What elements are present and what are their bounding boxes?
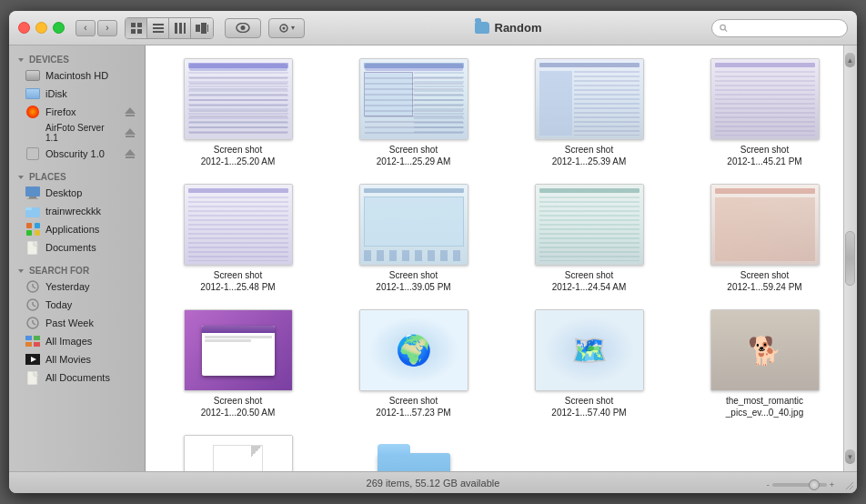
list-item[interactable]: Screen shot2012-1...39.05 PM xyxy=(330,180,497,297)
zoom-thumb[interactable] xyxy=(809,479,820,490)
file-thumbnail xyxy=(184,309,293,391)
svg-line-18 xyxy=(725,29,727,31)
sidebar-item-obscurity[interactable]: Obscurity 1.0 xyxy=(9,145,145,163)
svg-rect-1 xyxy=(137,23,142,27)
svg-rect-10 xyxy=(196,25,200,32)
file-label: Screen shot2012-1...24.54 AM xyxy=(552,269,627,293)
file-label: Screen shot2012-1...59.24 PM xyxy=(727,269,801,293)
file-label: the_most_romantic_pics_ev...0_40.jpg xyxy=(726,395,803,418)
sidebar-item-applications[interactable]: Applications xyxy=(9,220,145,238)
past-week-icon xyxy=(25,316,40,330)
file-label: Screen shot2012-1...25.39 AM xyxy=(552,144,627,167)
list-item[interactable]: Obscurity xyxy=(330,431,497,471)
svg-rect-0 xyxy=(131,23,136,27)
svg-point-17 xyxy=(720,25,725,29)
file-label: Screen shot2012-1...57.23 PM xyxy=(376,395,450,418)
forward-button[interactable]: › xyxy=(97,20,117,36)
svg-rect-25 xyxy=(35,223,40,228)
title-bar: ‹ › ▾ Random xyxy=(9,11,857,45)
list-item[interactable]: Screen shot2012-1...45.21 PM xyxy=(681,55,848,171)
minimize-button[interactable] xyxy=(35,22,47,34)
status-text: 269 items, 55.12 GB available xyxy=(367,478,500,489)
svg-rect-11 xyxy=(201,23,206,34)
sidebar-item-documents[interactable]: Documents xyxy=(9,238,145,257)
list-view-button[interactable] xyxy=(147,18,169,38)
file-area[interactable]: Screen shot2012-1...25.20 AM Screen shot… xyxy=(146,45,857,471)
file-label: Screen shot2012-1...39.05 PM xyxy=(376,269,450,293)
svg-line-35 xyxy=(33,305,35,307)
svg-line-32 xyxy=(33,287,35,288)
svg-rect-41 xyxy=(25,342,32,347)
svg-rect-3 xyxy=(137,29,142,34)
sidebar-item-past-week[interactable]: Past Week xyxy=(9,314,145,332)
firefox-eject-button[interactable] xyxy=(125,107,136,116)
svg-rect-21 xyxy=(27,198,38,199)
zoom-slider[interactable]: - + xyxy=(767,480,834,489)
devices-triangle[interactable] xyxy=(18,58,24,62)
all-movies-icon xyxy=(25,352,40,367)
svg-rect-24 xyxy=(26,223,32,228)
search-box[interactable] xyxy=(711,19,848,37)
window-title: Random xyxy=(495,21,542,35)
list-item[interactable]: Screen shot2012-1...59.24 PM xyxy=(681,180,848,297)
svg-point-16 xyxy=(283,26,286,29)
file-thumbnail xyxy=(710,58,820,140)
file-thumbnail xyxy=(535,58,644,140)
sidebar-item-idisk[interactable]: iDisk xyxy=(9,85,145,103)
sidebar-item-airfoto[interactable]: AirFoto Server 1.1 xyxy=(9,121,145,145)
cover-flow-button[interactable] xyxy=(191,18,213,38)
sidebar-item-all-movies[interactable]: All Movies xyxy=(9,350,145,368)
list-item[interactable]: Screen shot2012-1...25.29 AM xyxy=(330,55,497,171)
list-item[interactable]: Screen shot2012-1...25.39 AM xyxy=(506,55,672,171)
scroll-up-arrow[interactable]: ▲ xyxy=(845,53,855,67)
obscurity-eject-button[interactable] xyxy=(125,149,136,158)
list-item[interactable]: RTF Untitled12345 xyxy=(155,431,321,471)
search-triangle[interactable] xyxy=(18,269,24,273)
file-thumbnail xyxy=(184,184,293,266)
sidebar-item-desktop[interactable]: Desktop xyxy=(9,184,145,202)
list-item[interactable]: 🌍 Screen shot2012-1...57.23 PM xyxy=(330,306,497,422)
sidebar-item-all-images[interactable]: All Images xyxy=(9,332,145,350)
list-item[interactable]: Screen shot2012-1...24.54 AM xyxy=(506,180,672,297)
icon-view-button[interactable] xyxy=(126,18,147,38)
file-thumbnail: 🌍 xyxy=(359,309,468,391)
list-item[interactable]: Screen shot2012-1...20.50 AM xyxy=(155,306,321,422)
view-buttons xyxy=(125,17,214,39)
svg-rect-39 xyxy=(25,336,32,340)
list-item[interactable]: 🗺️ Screen shot2012-1...57.40 PM xyxy=(506,306,672,422)
resize-handle[interactable] xyxy=(842,479,853,489)
scrollbar-thumb[interactable] xyxy=(845,231,855,286)
sidebar-item-firefox[interactable]: Firefox xyxy=(9,103,145,121)
file-label: Screen shot2012-1...45.21 PM xyxy=(727,144,801,167)
status-bar: 269 items, 55.12 GB available - + xyxy=(9,471,857,493)
scrollbar-track[interactable]: ▲ ▼ xyxy=(843,45,857,471)
sidebar-item-today[interactable]: Today xyxy=(9,296,145,314)
airfoto-icon xyxy=(25,126,40,140)
airfoto-eject-button[interactable] xyxy=(125,128,136,137)
list-item[interactable]: 🐕 the_most_romantic_pics_ev...0_40.jpg xyxy=(681,306,848,422)
file-label: Screen shot2012-1...57.40 PM xyxy=(551,395,626,418)
column-view-button[interactable] xyxy=(169,18,191,38)
file-thumbnail xyxy=(359,184,468,266)
search-icon xyxy=(720,24,728,33)
sidebar-item-trainwreckkk[interactable]: trainwreckkk xyxy=(9,202,145,220)
places-triangle[interactable] xyxy=(18,176,24,179)
sidebar-item-yesterday[interactable]: Yesterday xyxy=(9,277,145,296)
zoom-track[interactable] xyxy=(772,483,827,487)
back-button[interactable]: ‹ xyxy=(76,20,96,36)
maximize-button[interactable] xyxy=(53,22,65,34)
search-input[interactable] xyxy=(731,23,840,34)
sidebar-item-all-documents[interactable]: All Documents xyxy=(9,368,145,387)
quick-look-button[interactable] xyxy=(225,18,261,38)
action-button[interactable]: ▾ xyxy=(268,18,305,38)
scroll-down-arrow[interactable]: ▼ xyxy=(845,449,855,464)
svg-rect-2 xyxy=(131,29,136,34)
svg-rect-6 xyxy=(153,31,164,33)
close-button[interactable] xyxy=(18,22,30,34)
places-section-header: PLACES xyxy=(9,168,145,184)
file-thumbnail: 🐕 xyxy=(710,309,820,391)
sidebar-item-macintosh-hd[interactable]: Macintosh HD xyxy=(9,66,145,85)
list-item[interactable]: Screen shot2012-1...25.48 PM xyxy=(155,180,321,297)
idisk-icon xyxy=(25,86,40,101)
list-item[interactable]: Screen shot2012-1...25.20 AM xyxy=(155,55,321,171)
